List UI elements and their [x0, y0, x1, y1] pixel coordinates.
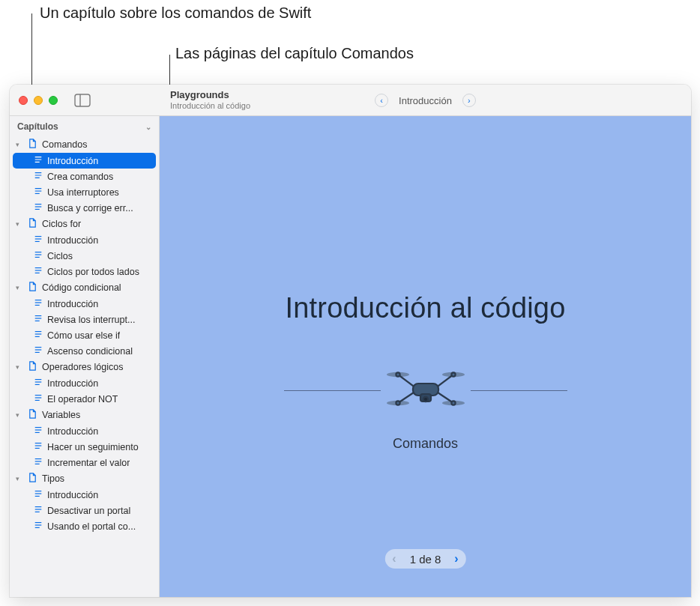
document-icon: [28, 473, 37, 485]
page-icon: [34, 425, 43, 437]
page-label: Introducción: [47, 426, 98, 437]
current-page-label: Introducción: [399, 95, 452, 106]
window-controls: [19, 96, 58, 105]
page-icon: [34, 250, 43, 261]
page-icon: [34, 441, 43, 452]
sidebar-chapter[interactable]: ▾Tipos: [10, 470, 159, 487]
sidebar-page[interactable]: Cómo usar else if: [10, 327, 159, 343]
pager-label: 1 de 8: [410, 553, 441, 566]
sidebar-page[interactable]: Introducción: [13, 153, 156, 169]
page-icon: [34, 521, 43, 532]
page-label: Desactivar un portal: [47, 506, 130, 516]
sidebar-page[interactable]: Ciclos por todos lados: [10, 264, 159, 279]
sidebar-page[interactable]: Ascenso condicional: [10, 343, 159, 359]
chapter-label: Tipos: [42, 473, 64, 484]
page-icon: [34, 298, 43, 309]
disclosure-triangle-icon[interactable]: ▾: [16, 411, 23, 419]
sidebar-page[interactable]: El operador NOT: [10, 391, 159, 407]
sidebar-page[interactable]: Usa interruptores: [10, 184, 159, 200]
close-window-button[interactable]: [19, 96, 28, 105]
disclosure-triangle-icon[interactable]: ▾: [16, 475, 23, 482]
app-window: Playgrounds Introducción al código ‹ Int…: [10, 85, 691, 597]
svg-point-68: [451, 372, 455, 376]
page-icon: [34, 171, 43, 182]
nav-next-button[interactable]: ›: [462, 94, 476, 107]
pager-next-button[interactable]: ›: [454, 552, 458, 566]
page-icon: [34, 345, 43, 357]
page-label: El operador NOT: [47, 394, 118, 404]
pager: ‹ 1 de 8 ›: [384, 549, 465, 569]
document-icon: [28, 282, 37, 294]
sidebar-page[interactable]: Introducción: [10, 375, 159, 391]
page-icon: [34, 330, 43, 341]
sidebar-page[interactable]: Introducción: [10, 296, 159, 312]
titlebar: Playgrounds Introducción al código ‹ Int…: [10, 85, 691, 116]
callout-pages-text: Las páginas del capítulo Comandos: [175, 45, 414, 62]
chevron-down-icon: ⌄: [145, 123, 151, 131]
sidebar-page[interactable]: Ciclos: [10, 248, 159, 264]
sidebar-header[interactable]: Capítulos ⌄: [10, 116, 159, 136]
disclosure-triangle-icon[interactable]: ▾: [16, 363, 23, 371]
sidebar-toggle-icon[interactable]: [74, 94, 91, 107]
content-area: Introducción al código: [160, 116, 691, 597]
sidebar-page[interactable]: Hacer un seguimiento: [10, 439, 159, 455]
page-label: Introducción: [47, 378, 98, 389]
page-icon: [34, 505, 43, 516]
drone-illustration: [381, 366, 471, 415]
minimize-window-button[interactable]: [34, 96, 43, 105]
page-label: Introducción: [47, 235, 98, 246]
app-title: Playgrounds: [170, 90, 250, 101]
svg-point-69: [396, 401, 399, 404]
disclosure-triangle-icon[interactable]: ▾: [16, 141, 23, 148]
zoom-window-button[interactable]: [49, 96, 58, 105]
document-icon: [28, 218, 37, 230]
page-icon: [34, 314, 43, 325]
svg-point-70: [451, 401, 455, 404]
disclosure-triangle-icon[interactable]: ▾: [16, 284, 23, 291]
page-label: Revisa los interrupt...: [47, 315, 135, 325]
page-label: Hacer un seguimiento: [47, 442, 139, 452]
sidebar-page[interactable]: Busca y corrige err...: [10, 200, 159, 216]
page-label: Introducción: [47, 156, 98, 166]
pager-prev-button[interactable]: ‹: [392, 552, 396, 566]
svg-point-73: [423, 397, 427, 402]
chapter-label: Operadores lógicos: [42, 362, 123, 372]
sidebar-page[interactable]: Usando el portal co...: [10, 518, 159, 534]
sidebar: Capítulos ⌄ ▾ComandosIntroducciónCrea co…: [10, 116, 160, 597]
sidebar-chapter[interactable]: ▾Operadores lógicos: [10, 359, 159, 375]
document-icon: [28, 361, 37, 373]
page-icon: [34, 155, 43, 166]
content-title: Introducción al código: [285, 292, 565, 324]
sidebar-chapter[interactable]: ▾Ciclos for: [10, 216, 159, 232]
page-label: Busca y corrige err...: [47, 203, 133, 213]
sidebar-chapter[interactable]: ▾Código condicional: [10, 279, 159, 296]
sidebar-page[interactable]: Introducción: [10, 232, 159, 248]
page-icon: [34, 187, 43, 198]
sidebar-chapter[interactable]: ▾Variables: [10, 407, 159, 423]
content-subtitle: Comandos: [393, 436, 458, 452]
page-label: Usando el portal co...: [47, 521, 136, 532]
titlebar-center: Playgrounds Introducción al código ‹ Int…: [160, 85, 691, 116]
page-label: Incrementar el valor: [47, 458, 130, 468]
chapter-label: Código condicional: [42, 282, 121, 293]
disclosure-triangle-icon[interactable]: ▾: [16, 220, 23, 228]
titlebar-titles: Playgrounds Introducción al código: [170, 90, 250, 111]
page-icon: [34, 489, 43, 500]
page-icon: [34, 266, 43, 277]
sidebar-page[interactable]: Introducción: [10, 487, 159, 503]
sidebar-page[interactable]: Desactivar un portal: [10, 503, 159, 518]
page-label: Crea comandos: [47, 172, 113, 182]
sidebar-page[interactable]: Revisa los interrupt...: [10, 312, 159, 327]
nav-prev-button[interactable]: ‹: [375, 94, 388, 107]
document-icon: [28, 139, 37, 151]
sidebar-page[interactable]: Crea comandos: [10, 169, 159, 184]
page-label: Ciclos por todos lados: [47, 267, 139, 277]
sidebar-page[interactable]: Incrementar el valor: [10, 455, 159, 470]
sidebar-page[interactable]: Introducción: [10, 423, 159, 439]
content-divider-row: [284, 366, 567, 415]
page-label: Ciclos: [47, 251, 73, 261]
divider-right: [471, 390, 567, 391]
divider-left: [284, 390, 381, 391]
sidebar-chapter[interactable]: ▾Comandos: [10, 136, 159, 153]
document-icon: [28, 409, 37, 421]
